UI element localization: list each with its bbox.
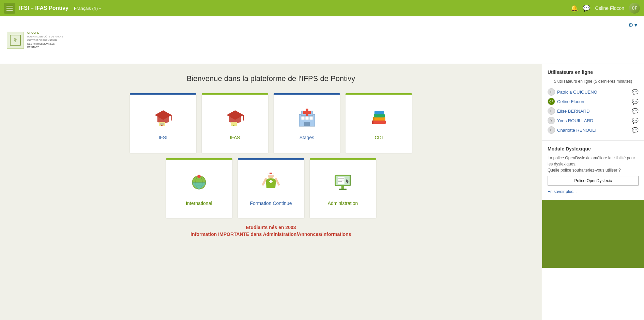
cards-row2: International: [7, 158, 535, 218]
administration-label: Administration: [328, 201, 358, 206]
user-avatar-celine: CF: [548, 98, 555, 105]
svg-rect-22: [374, 114, 385, 117]
navbar: IFSI – IFAS Pontivy Français (fr) ▾ 🔔 💬 …: [0, 0, 644, 16]
online-section-title: Utilisateurs en ligne: [548, 69, 639, 75]
announcements: Etudiants nés en 2003 information IMPORT…: [7, 225, 535, 237]
language-arrow: ▾: [99, 6, 101, 10]
user-name-charlotte[interactable]: Charlotte RENOULT: [557, 128, 597, 133]
international-icon: [187, 172, 211, 196]
gear-icon: ⚙: [628, 22, 633, 28]
chat-icon-charlotte[interactable]: 💬: [632, 127, 639, 133]
stages-icon: [295, 108, 319, 131]
dyslexic-desc: La police OpenDyslexic améliore la lisib…: [548, 155, 639, 173]
user-item: C Charlotte RENOULT 💬: [548, 125, 639, 135]
settings-arrow: ▾: [634, 22, 637, 28]
svg-rect-46: [339, 189, 347, 190]
svg-point-11: [233, 125, 234, 126]
cdi-label: CDI: [374, 135, 383, 140]
administration-icon: [331, 172, 355, 196]
svg-rect-19: [304, 122, 310, 126]
main-content: Bienvenue dans la plateforme de l'IFPS d…: [0, 64, 542, 320]
welcome-title: Bienvenue dans la plateforme de l'IFPS d…: [7, 74, 535, 83]
avatar-image: CF: [629, 3, 640, 14]
user-item: E Élise BERNARD 💬: [548, 106, 639, 116]
user-avatar-patricia: P: [548, 88, 555, 96]
chat-icon-yves[interactable]: 💬: [632, 117, 639, 124]
user-name-patricia[interactable]: Patricia GUIGUENO: [557, 90, 597, 95]
site-logo: ⚕ GROUPE HOSPITALIER CÔTE DE NACRE INSTI…: [7, 31, 63, 49]
navbar-right: 🔔 💬 Celine Flocon CF: [570, 3, 640, 14]
ifas-card[interactable]: IFAS: [202, 93, 268, 153]
svg-rect-17: [305, 116, 309, 120]
user-item: Y Yves ROUILLARD 💬: [548, 116, 639, 125]
international-card[interactable]: International: [166, 158, 232, 218]
open-dyslexic-button[interactable]: Police OpenDyslexic: [548, 176, 639, 186]
sidebar-background-image: [542, 200, 644, 268]
cards-row1: IFSI IFAS: [7, 93, 535, 153]
right-sidebar: Utilisateurs en ligne 5 utilisateurs en …: [542, 64, 644, 320]
menu-toggle-button[interactable]: [4, 3, 15, 14]
stages-card[interactable]: Stages: [274, 93, 340, 153]
language-selector[interactable]: Français (fr) ▾: [74, 6, 101, 11]
chat-icon-elise[interactable]: 💬: [632, 108, 639, 114]
online-users-section: Utilisateurs en ligne 5 utilisateurs en …: [542, 64, 644, 141]
svg-rect-35: [270, 173, 272, 174]
formation-continue-icon: [259, 172, 283, 196]
svg-rect-25: [373, 117, 374, 121]
svg-point-7: [161, 125, 163, 126]
user-avatar-yves: Y: [548, 117, 555, 124]
user-avatar-elise: E: [548, 107, 555, 115]
svg-rect-24: [372, 121, 373, 124]
ifsi-card[interactable]: IFSI: [130, 93, 196, 153]
language-label: Français (fr): [74, 6, 98, 11]
administration-card[interactable]: Administration: [310, 158, 376, 218]
svg-rect-23: [374, 111, 384, 114]
announce-line2[interactable]: information IMPORTANTE dans Administrati…: [7, 231, 535, 237]
svg-rect-15: [303, 111, 311, 114]
international-label: International: [186, 201, 212, 206]
messages-chat-icon[interactable]: 💬: [583, 4, 590, 12]
ifsi-label: IFSI: [159, 135, 168, 140]
cdi-icon: [367, 108, 391, 131]
svg-rect-16: [301, 116, 305, 120]
user-name-label[interactable]: Celine Flocon: [595, 5, 624, 11]
svg-rect-45: [341, 186, 344, 189]
logo-icon: ⚕: [7, 32, 24, 49]
site-title: IFSI – IFAS Pontivy: [19, 5, 68, 11]
notifications-bell-icon[interactable]: 🔔: [570, 4, 578, 12]
dyslexic-module-section: Module Dyslexique La police OpenDyslexic…: [542, 141, 644, 200]
user-avatar-charlotte: C: [548, 126, 555, 134]
user-item: P Patricia GUIGUENO 💬: [548, 87, 639, 97]
learn-more-link[interactable]: En savoir plus...: [548, 189, 577, 194]
main-wrapper: Bienvenue dans la plateforme de l'IFPS d…: [0, 64, 644, 320]
svg-rect-20: [372, 121, 386, 124]
logo-text: GROUPE HOSPITALIER CÔTE DE NACRE INSTITU…: [27, 31, 63, 49]
stages-label: Stages: [300, 135, 315, 140]
svg-rect-21: [373, 117, 385, 121]
user-name-celine[interactable]: Celine Flocon: [557, 99, 584, 104]
user-item: CF Celine Flocon 💬: [548, 97, 639, 106]
user-avatar[interactable]: CF: [629, 3, 640, 14]
user-name-yves[interactable]: Yves ROUILLARD: [557, 118, 593, 123]
cdi-card[interactable]: CDI: [346, 93, 412, 153]
svg-rect-18: [309, 116, 313, 120]
online-count-text: 5 utilisateurs en ligne (5 dernières min…: [548, 79, 639, 84]
ifsi-icon: [151, 108, 175, 131]
svg-point-31: [197, 175, 201, 178]
svg-rect-37: [269, 181, 273, 182]
header-banner: ⚕ GROUPE HOSPITALIER CÔTE DE NACRE INSTI…: [0, 16, 644, 64]
settings-gear[interactable]: ⚙ ▾: [628, 22, 637, 28]
formation-continue-label: Formation Continue: [250, 201, 292, 206]
announce-line1: Etudiants nés en 2003: [7, 225, 535, 230]
chat-icon-celine[interactable]: 💬: [632, 98, 639, 105]
formation-continue-card[interactable]: Formation Continue: [238, 158, 304, 218]
user-name-elise[interactable]: Élise BERNARD: [557, 109, 589, 114]
user-list: P Patricia GUIGUENO 💬 CF Celine Flocon 💬…: [548, 87, 639, 135]
ifas-label: IFAS: [230, 135, 240, 140]
ifas-icon: [223, 108, 247, 131]
dyslexic-title: Module Dyslexique: [548, 146, 639, 151]
svg-rect-40: [338, 177, 344, 184]
chat-icon-patricia[interactable]: 💬: [632, 89, 639, 95]
svg-text:⚕: ⚕: [14, 37, 17, 44]
